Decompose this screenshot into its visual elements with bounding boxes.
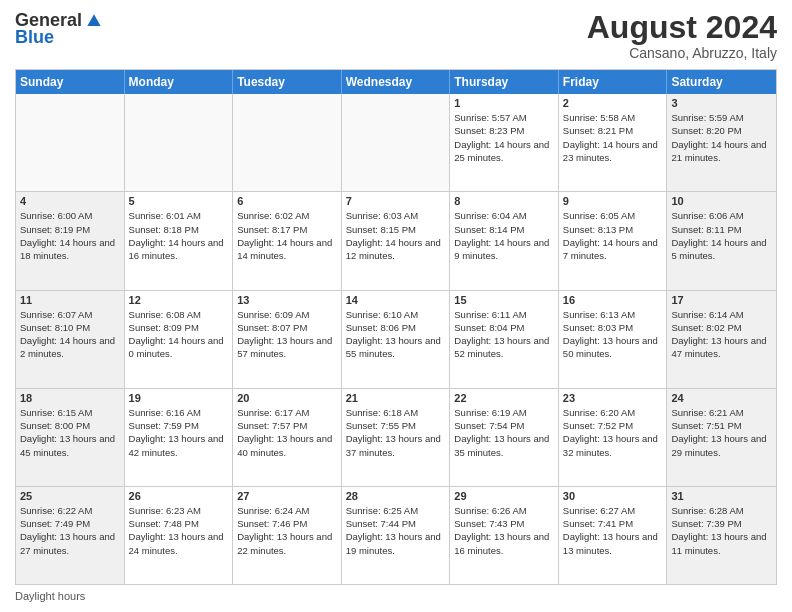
day-number: 17 — [671, 294, 772, 306]
svg-marker-0 — [87, 14, 100, 26]
day-number: 8 — [454, 195, 554, 207]
day-number: 27 — [237, 490, 337, 502]
day-info: Sunrise: 6:20 AM Sunset: 7:52 PM Dayligh… — [563, 406, 663, 459]
day-number: 24 — [671, 392, 772, 404]
day-cell: 20Sunrise: 6:17 AM Sunset: 7:57 PM Dayli… — [233, 389, 342, 486]
day-number: 16 — [563, 294, 663, 306]
day-info: Sunrise: 6:17 AM Sunset: 7:57 PM Dayligh… — [237, 406, 337, 459]
day-info: Sunrise: 6:16 AM Sunset: 7:59 PM Dayligh… — [129, 406, 229, 459]
day-info: Sunrise: 6:27 AM Sunset: 7:41 PM Dayligh… — [563, 504, 663, 557]
day-cell: 11Sunrise: 6:07 AM Sunset: 8:10 PM Dayli… — [16, 291, 125, 388]
day-cell: 15Sunrise: 6:11 AM Sunset: 8:04 PM Dayli… — [450, 291, 559, 388]
day-info: Sunrise: 6:19 AM Sunset: 7:54 PM Dayligh… — [454, 406, 554, 459]
day-number: 20 — [237, 392, 337, 404]
day-info: Sunrise: 6:08 AM Sunset: 8:09 PM Dayligh… — [129, 308, 229, 361]
footer-text: Daylight hours — [15, 590, 85, 602]
day-number: 1 — [454, 97, 554, 109]
day-number: 21 — [346, 392, 446, 404]
calendar-row: 18Sunrise: 6:15 AM Sunset: 8:00 PM Dayli… — [16, 388, 776, 486]
day-info: Sunrise: 6:18 AM Sunset: 7:55 PM Dayligh… — [346, 406, 446, 459]
day-cell: 29Sunrise: 6:26 AM Sunset: 7:43 PM Dayli… — [450, 487, 559, 584]
day-cell: 1Sunrise: 5:57 AM Sunset: 8:23 PM Daylig… — [450, 94, 559, 191]
day-info: Sunrise: 6:11 AM Sunset: 8:04 PM Dayligh… — [454, 308, 554, 361]
day-number: 19 — [129, 392, 229, 404]
day-number: 6 — [237, 195, 337, 207]
day-of-week-header: Tuesday — [233, 70, 342, 94]
day-number: 23 — [563, 392, 663, 404]
day-info: Sunrise: 6:26 AM Sunset: 7:43 PM Dayligh… — [454, 504, 554, 557]
day-number: 15 — [454, 294, 554, 306]
calendar-row: 11Sunrise: 6:07 AM Sunset: 8:10 PM Dayli… — [16, 290, 776, 388]
calendar-row: 1Sunrise: 5:57 AM Sunset: 8:23 PM Daylig… — [16, 94, 776, 191]
day-of-week-header: Friday — [559, 70, 668, 94]
calendar-header: SundayMondayTuesdayWednesdayThursdayFrid… — [16, 70, 776, 94]
day-info: Sunrise: 5:58 AM Sunset: 8:21 PM Dayligh… — [563, 111, 663, 164]
day-cell: 14Sunrise: 6:10 AM Sunset: 8:06 PM Dayli… — [342, 291, 451, 388]
day-number: 31 — [671, 490, 772, 502]
day-info: Sunrise: 6:28 AM Sunset: 7:39 PM Dayligh… — [671, 504, 772, 557]
day-of-week-header: Saturday — [667, 70, 776, 94]
day-info: Sunrise: 6:13 AM Sunset: 8:03 PM Dayligh… — [563, 308, 663, 361]
day-number: 25 — [20, 490, 120, 502]
day-number: 29 — [454, 490, 554, 502]
day-cell: 27Sunrise: 6:24 AM Sunset: 7:46 PM Dayli… — [233, 487, 342, 584]
day-info: Sunrise: 6:05 AM Sunset: 8:13 PM Dayligh… — [563, 209, 663, 262]
day-cell: 21Sunrise: 6:18 AM Sunset: 7:55 PM Dayli… — [342, 389, 451, 486]
day-of-week-header: Wednesday — [342, 70, 451, 94]
calendar-body: 1Sunrise: 5:57 AM Sunset: 8:23 PM Daylig… — [16, 94, 776, 584]
day-info: Sunrise: 6:00 AM Sunset: 8:19 PM Dayligh… — [20, 209, 120, 262]
day-number: 14 — [346, 294, 446, 306]
day-info: Sunrise: 6:04 AM Sunset: 8:14 PM Dayligh… — [454, 209, 554, 262]
day-cell — [16, 94, 125, 191]
day-cell: 22Sunrise: 6:19 AM Sunset: 7:54 PM Dayli… — [450, 389, 559, 486]
day-cell: 2Sunrise: 5:58 AM Sunset: 8:21 PM Daylig… — [559, 94, 668, 191]
day-info: Sunrise: 6:22 AM Sunset: 7:49 PM Dayligh… — [20, 504, 120, 557]
day-number: 22 — [454, 392, 554, 404]
day-number: 18 — [20, 392, 120, 404]
day-number: 5 — [129, 195, 229, 207]
day-info: Sunrise: 6:21 AM Sunset: 7:51 PM Dayligh… — [671, 406, 772, 459]
day-cell: 31Sunrise: 6:28 AM Sunset: 7:39 PM Dayli… — [667, 487, 776, 584]
day-cell: 3Sunrise: 5:59 AM Sunset: 8:20 PM Daylig… — [667, 94, 776, 191]
logo-icon — [84, 11, 104, 31]
day-of-week-header: Thursday — [450, 70, 559, 94]
day-number: 30 — [563, 490, 663, 502]
day-number: 13 — [237, 294, 337, 306]
day-number: 26 — [129, 490, 229, 502]
day-cell: 23Sunrise: 6:20 AM Sunset: 7:52 PM Dayli… — [559, 389, 668, 486]
title-block: August 2024 Cansano, Abruzzo, Italy — [587, 10, 777, 61]
day-of-week-header: Sunday — [16, 70, 125, 94]
day-cell: 17Sunrise: 6:14 AM Sunset: 8:02 PM Dayli… — [667, 291, 776, 388]
day-cell: 9Sunrise: 6:05 AM Sunset: 8:13 PM Daylig… — [559, 192, 668, 289]
day-info: Sunrise: 6:09 AM Sunset: 8:07 PM Dayligh… — [237, 308, 337, 361]
main-title: August 2024 — [587, 10, 777, 45]
day-number: 4 — [20, 195, 120, 207]
day-info: Sunrise: 6:03 AM Sunset: 8:15 PM Dayligh… — [346, 209, 446, 262]
day-info: Sunrise: 6:25 AM Sunset: 7:44 PM Dayligh… — [346, 504, 446, 557]
day-info: Sunrise: 6:07 AM Sunset: 8:10 PM Dayligh… — [20, 308, 120, 361]
day-cell: 5Sunrise: 6:01 AM Sunset: 8:18 PM Daylig… — [125, 192, 234, 289]
day-info: Sunrise: 6:15 AM Sunset: 8:00 PM Dayligh… — [20, 406, 120, 459]
day-cell — [342, 94, 451, 191]
calendar-row: 4Sunrise: 6:00 AM Sunset: 8:19 PM Daylig… — [16, 191, 776, 289]
day-cell — [125, 94, 234, 191]
day-cell: 30Sunrise: 6:27 AM Sunset: 7:41 PM Dayli… — [559, 487, 668, 584]
day-info: Sunrise: 5:59 AM Sunset: 8:20 PM Dayligh… — [671, 111, 772, 164]
footer: Daylight hours — [15, 590, 777, 602]
day-cell — [233, 94, 342, 191]
day-cell: 26Sunrise: 6:23 AM Sunset: 7:48 PM Dayli… — [125, 487, 234, 584]
day-cell: 24Sunrise: 6:21 AM Sunset: 7:51 PM Dayli… — [667, 389, 776, 486]
day-cell: 18Sunrise: 6:15 AM Sunset: 8:00 PM Dayli… — [16, 389, 125, 486]
day-cell: 8Sunrise: 6:04 AM Sunset: 8:14 PM Daylig… — [450, 192, 559, 289]
day-info: Sunrise: 6:02 AM Sunset: 8:17 PM Dayligh… — [237, 209, 337, 262]
day-number: 3 — [671, 97, 772, 109]
day-number: 28 — [346, 490, 446, 502]
logo: General Blue — [15, 10, 104, 48]
day-cell: 7Sunrise: 6:03 AM Sunset: 8:15 PM Daylig… — [342, 192, 451, 289]
day-cell: 13Sunrise: 6:09 AM Sunset: 8:07 PM Dayli… — [233, 291, 342, 388]
day-number: 2 — [563, 97, 663, 109]
calendar-row: 25Sunrise: 6:22 AM Sunset: 7:49 PM Dayli… — [16, 486, 776, 584]
day-info: Sunrise: 6:10 AM Sunset: 8:06 PM Dayligh… — [346, 308, 446, 361]
day-cell: 10Sunrise: 6:06 AM Sunset: 8:11 PM Dayli… — [667, 192, 776, 289]
day-info: Sunrise: 6:06 AM Sunset: 8:11 PM Dayligh… — [671, 209, 772, 262]
